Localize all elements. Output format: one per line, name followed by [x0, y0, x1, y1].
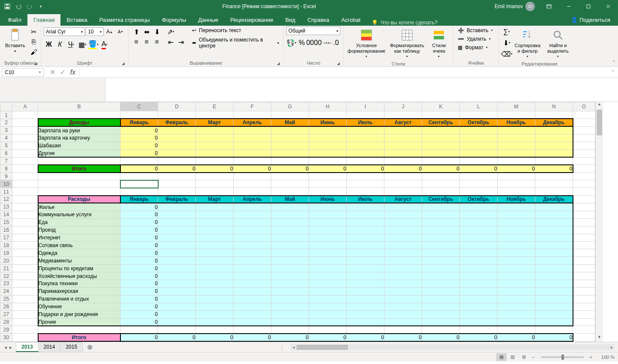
cell-E19[interactable]: [196, 249, 234, 257]
cell-I3[interactable]: [347, 126, 384, 134]
horizontal-scrollbar[interactable]: ◂ ▸: [291, 344, 615, 350]
cell-F12[interactable]: Апрель: [234, 196, 271, 203]
tell-me[interactable]: 💡 Что вы хотите сделать?: [366, 20, 443, 26]
cell-G12[interactable]: Май: [271, 196, 309, 203]
cell-L21[interactable]: [460, 265, 498, 272]
cell-K20[interactable]: [422, 257, 460, 265]
row-header-5[interactable]: 5: [0, 142, 12, 149]
cell-I26[interactable]: [347, 303, 384, 310]
cell-K12[interactable]: Сентябрь: [422, 196, 460, 203]
cell-N14[interactable]: [535, 211, 573, 218]
cell-M28[interactable]: [498, 318, 535, 326]
cell-O19[interactable]: [573, 249, 595, 257]
cell-B25[interactable]: Развлечения и отдых: [38, 295, 120, 303]
col-header-C[interactable]: C: [120, 102, 158, 111]
cell-D26[interactable]: [158, 303, 196, 310]
fx-icon[interactable]: fx: [68, 68, 78, 77]
cell-E12[interactable]: Март: [196, 196, 234, 203]
cell-E9[interactable]: [196, 173, 234, 180]
cell-K1[interactable]: [422, 111, 460, 119]
cell-J17[interactable]: [384, 234, 422, 242]
cell-B8[interactable]: Итого: [38, 165, 120, 173]
cell-A25[interactable]: [12, 295, 38, 303]
cell-L7[interactable]: [460, 157, 498, 165]
cell-B14[interactable]: Коммунальные услуги: [38, 211, 120, 218]
cell-L11[interactable]: [460, 188, 498, 196]
tab-formulas[interactable]: Формулы: [156, 14, 192, 26]
cell-A3[interactable]: [12, 126, 38, 134]
cell-L9[interactable]: [460, 173, 498, 180]
cell-G4[interactable]: [271, 134, 309, 142]
align-left-icon[interactable]: ≡: [132, 37, 141, 47]
cell-M13[interactable]: [498, 203, 535, 211]
cell-E4[interactable]: [196, 134, 234, 142]
cell-G19[interactable]: [271, 249, 309, 257]
cell-B11[interactable]: [38, 188, 120, 196]
cell-D5[interactable]: [158, 142, 196, 149]
cell-E25[interactable]: [196, 295, 234, 303]
cell-D23[interactable]: [158, 280, 196, 288]
cell-F5[interactable]: [234, 142, 271, 149]
cell-G20[interactable]: [271, 257, 309, 265]
font-size-combo[interactable]: 10▾: [86, 27, 103, 36]
align-center-icon[interactable]: ≡: [142, 37, 151, 47]
cell-M26[interactable]: [498, 303, 535, 310]
merge-center-button[interactable]: ⬌Объединить и поместить в центре▾: [190, 36, 281, 50]
row-header-3[interactable]: 3: [0, 126, 12, 134]
cell-F23[interactable]: [234, 280, 271, 288]
cell-F7[interactable]: [234, 157, 271, 165]
cell-I10[interactable]: [347, 180, 384, 188]
tab-split-icon[interactable]: ⋮: [277, 344, 287, 350]
cell-A4[interactable]: [12, 134, 38, 142]
cell-H1[interactable]: [309, 111, 347, 119]
cell-J22[interactable]: [384, 272, 422, 280]
cell-E1[interactable]: [196, 111, 234, 119]
alignment-launcher-icon[interactable]: ◢: [277, 61, 280, 66]
cell-F1[interactable]: [234, 111, 271, 119]
cut-icon[interactable]: ✂: [29, 27, 39, 36]
sheet-nav-first-icon[interactable]: ◂: [3, 344, 8, 350]
row-header-19[interactable]: 19: [0, 249, 12, 257]
cell-C13[interactable]: 0: [120, 203, 158, 211]
cell-K24[interactable]: [422, 287, 460, 295]
find-select-button[interactable]: Найти и выделить▾: [543, 27, 573, 60]
cell-E20[interactable]: [196, 257, 234, 265]
cell-L2[interactable]: Октябрь: [460, 119, 498, 126]
font-color-icon[interactable]: A▾: [100, 40, 109, 49]
cell-F16[interactable]: [234, 226, 271, 234]
cell-M15[interactable]: [498, 218, 535, 226]
cell-J10[interactable]: [384, 180, 422, 188]
cell-D27[interactable]: [158, 310, 196, 318]
cell-N21[interactable]: [535, 265, 573, 272]
cell-H29[interactable]: [309, 326, 347, 334]
hscroll-left-icon[interactable]: ◂: [291, 345, 297, 349]
cell-H30[interactable]: 0: [309, 334, 347, 341]
cell-A13[interactable]: [12, 203, 38, 211]
cell-C7[interactable]: [120, 157, 158, 165]
cell-B17[interactable]: Интернет: [38, 234, 120, 242]
cell-A11[interactable]: [12, 188, 38, 196]
cells-insert-button[interactable]: ➕Вставить▾: [456, 27, 495, 34]
cell-J11[interactable]: [384, 188, 422, 196]
cell-I16[interactable]: [347, 226, 384, 234]
col-header-K[interactable]: K: [422, 102, 460, 111]
cell-C6[interactable]: 0: [120, 149, 158, 157]
cell-N7[interactable]: [535, 157, 573, 165]
cell-I2[interactable]: Июль: [347, 119, 384, 126]
cell-A20[interactable]: [12, 257, 38, 265]
cell-O24[interactable]: [573, 287, 595, 295]
cell-N29[interactable]: [535, 326, 573, 334]
share-button[interactable]: 👤 Поделиться: [565, 14, 616, 26]
cell-H27[interactable]: [309, 310, 347, 318]
cell-I27[interactable]: [347, 310, 384, 318]
cell-B7[interactable]: [38, 157, 120, 165]
cell-E10[interactable]: [196, 180, 234, 188]
cell-G15[interactable]: [271, 218, 309, 226]
cell-M17[interactable]: [498, 234, 535, 242]
cell-L5[interactable]: [460, 142, 498, 149]
cell-G29[interactable]: [271, 326, 309, 334]
cell-L23[interactable]: [460, 280, 498, 288]
cell-O21[interactable]: [573, 265, 595, 272]
cell-I1[interactable]: [347, 111, 384, 119]
cell-L15[interactable]: [460, 218, 498, 226]
